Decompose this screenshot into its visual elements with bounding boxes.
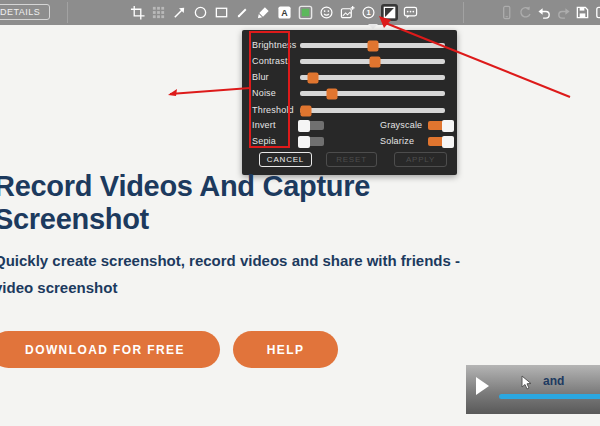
noise-slider[interactable]: [300, 91, 445, 96]
invert-toggle-knob: [298, 120, 310, 132]
arrow-tool-icon[interactable]: [171, 4, 188, 21]
grayscale-toggle-knob: [442, 120, 454, 132]
toolbar-divider: [463, 2, 464, 23]
sepia-label: Sepia: [252, 136, 276, 146]
grayscale-label: Grayscale: [380, 120, 422, 130]
brightness-slider-handle[interactable]: [367, 40, 378, 51]
noise-slider-handle[interactable]: [326, 88, 337, 99]
apply-button[interactable]: APPLY: [394, 152, 447, 167]
drawing-tools: A 1: [129, 4, 419, 21]
solarize-label: Solarize: [380, 136, 414, 146]
video-player[interactable]: and: [466, 365, 600, 414]
redo-icon[interactable]: [555, 4, 572, 21]
solarize-toggle[interactable]: [428, 137, 454, 146]
cancel-button[interactable]: CANCEL: [259, 152, 312, 167]
pixelate-icon[interactable]: [150, 4, 167, 21]
noise-label: Noise: [252, 88, 276, 98]
annotation-toolbar: DETAILS A: [0, 0, 600, 25]
page-subtitle-line2: video screenshot: [0, 274, 514, 301]
annotation-line-left: [170, 88, 250, 94]
threshold-slider-handle[interactable]: [300, 105, 311, 116]
reset-button[interactable]: RESET: [326, 152, 377, 167]
page-title: Record Videos And Capture Screenshot: [0, 170, 464, 236]
page-title-line2: Screenshot: [0, 203, 464, 236]
video-progress-bar[interactable]: [499, 394, 600, 399]
brightness-label: Brightness: [252, 40, 297, 50]
threshold-slider[interactable]: [300, 108, 445, 113]
download-button[interactable]: DOWNLOAD FOR FREE: [0, 331, 220, 368]
contrast-label: Contrast: [252, 56, 288, 66]
save-icon[interactable]: [574, 4, 591, 21]
page-subtitle: Quickly create screenshot, record videos…: [0, 247, 514, 301]
panel-caret-icon: [368, 24, 378, 29]
video-overlay-text: and: [543, 374, 564, 388]
details-button[interactable]: DETAILS: [0, 4, 50, 20]
text-tool-icon[interactable]: A: [276, 4, 293, 21]
page-subtitle-line1: Quickly create screenshot, record videos…: [0, 247, 514, 274]
undo-icon[interactable]: [536, 4, 553, 21]
color-swatch-icon[interactable]: [297, 4, 314, 21]
rotate-icon[interactable]: [517, 4, 534, 21]
add-image-icon[interactable]: [339, 4, 356, 21]
brush-tool-icon[interactable]: [255, 4, 272, 21]
contrast-slider[interactable]: [300, 59, 445, 64]
brightness-slider[interactable]: [300, 43, 445, 48]
blur-slider-handle[interactable]: [308, 72, 319, 83]
image-adjustments-panel: Brightness Contrast Blur Noise Threshold…: [242, 30, 457, 175]
invert-toggle[interactable]: [298, 121, 324, 130]
rectangle-tool-icon[interactable]: [213, 4, 230, 21]
play-icon[interactable]: [476, 377, 489, 395]
comment-icon[interactable]: [402, 4, 419, 21]
help-button[interactable]: HELP: [233, 331, 338, 368]
sepia-toggle-knob: [298, 136, 310, 148]
page-title-line1: Record Videos And Capture: [0, 170, 464, 203]
action-tools: [498, 4, 600, 21]
counter-icon[interactable]: 1: [360, 4, 377, 21]
pen-tool-icon[interactable]: [234, 4, 251, 21]
ellipse-tool-icon[interactable]: [192, 4, 209, 21]
solarize-toggle-knob: [442, 136, 454, 148]
annotation-line-left-tip: [168, 89, 177, 96]
mouse-cursor-icon: [521, 375, 532, 390]
device-icon[interactable]: [498, 4, 515, 21]
svg-text:1: 1: [366, 8, 370, 17]
svg-text:A: A: [281, 8, 288, 18]
crop-icon[interactable]: [129, 4, 146, 21]
toolbar-divider: [67, 2, 68, 23]
grayscale-toggle[interactable]: [428, 121, 454, 130]
blur-slider[interactable]: [300, 75, 445, 80]
threshold-label: Threshold: [252, 105, 294, 115]
more-icon[interactable]: [593, 4, 600, 21]
adjustments-icon[interactable]: [381, 4, 398, 21]
invert-label: Invert: [252, 120, 276, 130]
contrast-slider-handle[interactable]: [370, 56, 381, 67]
emoji-icon[interactable]: [318, 4, 335, 21]
blur-label: Blur: [252, 72, 269, 82]
sepia-toggle[interactable]: [298, 137, 324, 146]
